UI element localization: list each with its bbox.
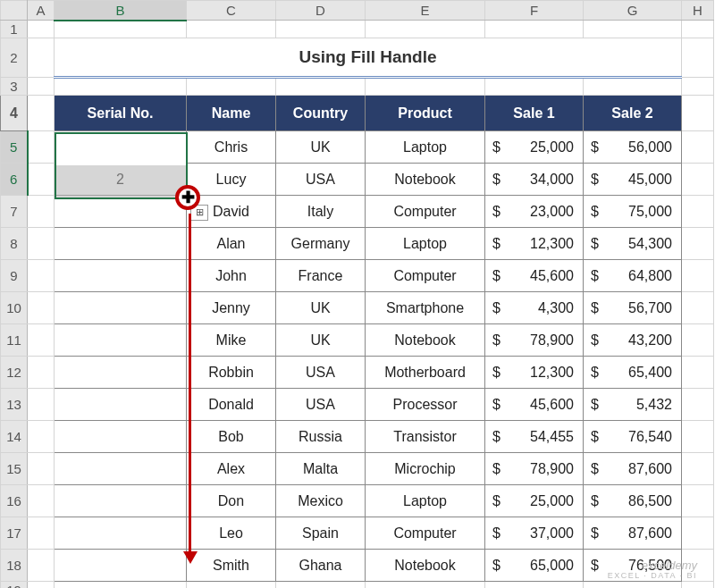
cell-C14[interactable]: Bob xyxy=(187,421,276,453)
cell-F15[interactable]: $78,900 xyxy=(485,453,584,485)
cell-H17[interactable] xyxy=(682,517,714,550)
cell-H1[interactable] xyxy=(682,21,714,38)
cell-A11[interactable] xyxy=(28,324,55,357)
col-header-D[interactable]: D xyxy=(276,1,366,21)
cell-D14[interactable]: Russia xyxy=(276,421,366,453)
cell-F10[interactable]: $4,300 xyxy=(485,292,584,324)
cell-F3[interactable] xyxy=(485,78,584,96)
cell-D12[interactable]: USA xyxy=(276,357,366,389)
spreadsheet-grid[interactable]: A B C D E F G H 1 2Using Fill Handle 3 4… xyxy=(0,0,714,588)
cell-A7[interactable] xyxy=(28,196,55,228)
cell-G19[interactable] xyxy=(584,582,682,589)
cell-H3[interactable] xyxy=(682,78,714,96)
cell-D8[interactable]: Germany xyxy=(276,228,366,260)
cell-F1[interactable] xyxy=(485,21,584,38)
cell-A15[interactable] xyxy=(28,453,55,485)
row-header-7[interactable]: 7 xyxy=(1,196,28,228)
cell-F11[interactable]: $78,900 xyxy=(485,324,584,357)
cell-C8[interactable]: Alan xyxy=(187,228,276,260)
cell-C15[interactable]: Alex xyxy=(187,453,276,485)
cell-B10[interactable] xyxy=(55,292,187,324)
title-cell[interactable]: Using Fill Handle xyxy=(55,38,682,78)
cell-A10[interactable] xyxy=(28,292,55,324)
cell-C18[interactable]: Smith xyxy=(187,550,276,582)
row-header-19[interactable]: 19 xyxy=(1,582,28,589)
cell-F13[interactable]: $45,600 xyxy=(485,389,584,421)
cell-C17[interactable]: Leo xyxy=(187,517,276,550)
cell-A2[interactable] xyxy=(28,38,55,78)
row-header-5[interactable]: 5 xyxy=(1,131,28,164)
cell-B15[interactable] xyxy=(55,453,187,485)
cell-H12[interactable] xyxy=(682,357,714,389)
col-header-G[interactable]: G xyxy=(584,1,682,21)
cell-G3[interactable] xyxy=(584,78,682,96)
header-country[interactable]: Country xyxy=(276,96,366,131)
row-header-11[interactable]: 11 xyxy=(1,324,28,357)
cell-A3[interactable] xyxy=(28,78,55,96)
cell-E12[interactable]: Motherboard xyxy=(366,357,485,389)
cell-F8[interactable]: $12,300 xyxy=(485,228,584,260)
cell-H9[interactable] xyxy=(682,260,714,292)
cell-A12[interactable] xyxy=(28,357,55,389)
row-header-2[interactable]: 2 xyxy=(1,38,28,78)
col-header-E[interactable]: E xyxy=(366,1,485,21)
cell-E3[interactable] xyxy=(366,78,485,96)
cell-D1[interactable] xyxy=(276,21,366,38)
cell-F19[interactable] xyxy=(485,582,584,589)
cell-C3[interactable] xyxy=(187,78,276,96)
cell-D7[interactable]: Italy xyxy=(276,196,366,228)
select-all-corner[interactable] xyxy=(1,1,28,21)
row-header-17[interactable]: 17 xyxy=(1,517,28,550)
cell-B16[interactable] xyxy=(55,485,187,517)
row-header-9[interactable]: 9 xyxy=(1,260,28,292)
cell-B19[interactable] xyxy=(55,582,187,589)
cell-B5[interactable]: 1 xyxy=(55,131,187,164)
cell-H10[interactable] xyxy=(682,292,714,324)
cell-E5[interactable]: Laptop xyxy=(366,131,485,164)
cell-F9[interactable]: $45,600 xyxy=(485,260,584,292)
row-header-16[interactable]: 16 xyxy=(1,485,28,517)
cell-D17[interactable]: Spain xyxy=(276,517,366,550)
cell-G11[interactable]: $43,200 xyxy=(584,324,682,357)
cell-B9[interactable] xyxy=(55,260,187,292)
cell-E19[interactable] xyxy=(366,582,485,589)
cell-G14[interactable]: $76,540 xyxy=(584,421,682,453)
cell-D6[interactable]: USA xyxy=(276,164,366,196)
header-sale2[interactable]: Sale 2 xyxy=(584,96,682,131)
cell-E9[interactable]: Computer xyxy=(366,260,485,292)
cell-B8[interactable] xyxy=(55,228,187,260)
cell-B7[interactable] xyxy=(55,196,187,228)
row-header-4[interactable]: 4 xyxy=(1,96,28,131)
cell-H4[interactable] xyxy=(682,96,714,131)
cell-C6[interactable]: Lucy xyxy=(187,164,276,196)
cell-H13[interactable] xyxy=(682,389,714,421)
cell-H2[interactable] xyxy=(682,38,714,78)
cell-H14[interactable] xyxy=(682,421,714,453)
cell-G7[interactable]: $75,000 xyxy=(584,196,682,228)
cell-B18[interactable] xyxy=(55,550,187,582)
cell-A9[interactable] xyxy=(28,260,55,292)
cell-F7[interactable]: $23,000 xyxy=(485,196,584,228)
cell-A6[interactable] xyxy=(28,164,55,196)
cell-C9[interactable]: John xyxy=(187,260,276,292)
cell-C10[interactable]: Jenny xyxy=(187,292,276,324)
cell-E13[interactable]: Processor xyxy=(366,389,485,421)
cell-D10[interactable]: UK xyxy=(276,292,366,324)
cell-A14[interactable] xyxy=(28,421,55,453)
cell-C16[interactable]: Don xyxy=(187,485,276,517)
header-sale1[interactable]: Sale 1 xyxy=(485,96,584,131)
cell-B14[interactable] xyxy=(55,421,187,453)
cell-A5[interactable] xyxy=(28,131,55,164)
cell-C13[interactable]: Donald xyxy=(187,389,276,421)
col-header-A[interactable]: A xyxy=(28,1,55,21)
row-header-3[interactable]: 3 xyxy=(1,78,28,96)
cell-H11[interactable] xyxy=(682,324,714,357)
row-header-14[interactable]: 14 xyxy=(1,421,28,453)
cell-D3[interactable] xyxy=(276,78,366,96)
cell-D11[interactable]: UK xyxy=(276,324,366,357)
cell-A16[interactable] xyxy=(28,485,55,517)
cell-C19[interactable] xyxy=(187,582,276,589)
cell-E15[interactable]: Microchip xyxy=(366,453,485,485)
cell-G12[interactable]: $65,400 xyxy=(584,357,682,389)
cell-A18[interactable] xyxy=(28,550,55,582)
